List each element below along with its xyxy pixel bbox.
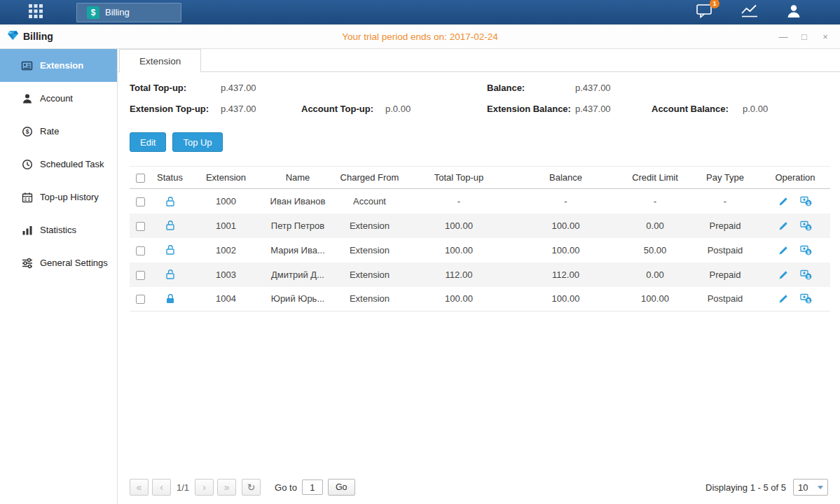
row-checkbox[interactable] bbox=[136, 246, 145, 255]
apps-grid-icon bbox=[28, 4, 43, 22]
checkbox-cell bbox=[130, 287, 151, 312]
summary-account-topup: Account Top-up: p.0.00 bbox=[301, 104, 487, 114]
dollar-badge-icon: $ bbox=[87, 6, 99, 19]
lock-closed-icon bbox=[165, 293, 175, 304]
next-page-button[interactable]: › bbox=[195, 479, 214, 496]
sidebar-item-topup-history[interactable]: Top-up History bbox=[0, 181, 117, 214]
sidebar-item-account[interactable]: Account bbox=[0, 82, 117, 115]
go-button[interactable]: Go bbox=[328, 479, 355, 496]
pay-type-cell: Prepaid bbox=[690, 214, 760, 238]
top-up-money-icon[interactable]: $ bbox=[800, 196, 812, 206]
charged-from-cell: Account bbox=[333, 189, 406, 214]
col-credit-limit: Credit Limit bbox=[620, 167, 690, 189]
maximize-button[interactable]: □ bbox=[799, 32, 809, 41]
sidebar-item-label: General Settings bbox=[40, 258, 108, 268]
billing-diamond-icon bbox=[7, 30, 19, 43]
minimize-button[interactable]: — bbox=[778, 32, 788, 41]
edit-pencil-icon[interactable] bbox=[778, 245, 789, 255]
user-account-button[interactable] bbox=[785, 4, 802, 21]
sidebar-item-rate[interactable]: $ Rate bbox=[0, 115, 117, 148]
refresh-icon[interactable]: ↻ bbox=[242, 479, 261, 496]
top-system-bar: $ Billing 1 bbox=[0, 0, 840, 24]
charged-from-cell: Extension bbox=[333, 214, 406, 238]
apps-grid-button[interactable] bbox=[28, 4, 43, 22]
status-cell bbox=[151, 238, 189, 262]
extension-cell: 1000 bbox=[189, 189, 263, 214]
total-topup-cell: - bbox=[406, 189, 511, 214]
total-topup-cell: 100.00 bbox=[406, 214, 511, 238]
name-cell: Юрий Юрь... bbox=[263, 287, 333, 312]
top-up-money-icon[interactable]: $ bbox=[800, 245, 812, 255]
messages-button[interactable]: 1 bbox=[696, 4, 714, 21]
charged-from-cell: Extension bbox=[333, 287, 406, 312]
balance-cell: 100.00 bbox=[511, 238, 620, 262]
edit-pencil-icon[interactable] bbox=[778, 270, 789, 280]
edit-pencil-icon[interactable] bbox=[778, 220, 789, 231]
displaying-text: Displaying 1 - 5 of 5 bbox=[705, 482, 786, 493]
close-button[interactable]: × bbox=[820, 32, 830, 41]
col-name: Name bbox=[263, 167, 333, 189]
row-checkbox[interactable] bbox=[136, 222, 145, 231]
edit-pencil-icon[interactable] bbox=[778, 293, 789, 304]
sidebar-item-extension[interactable]: Extension bbox=[0, 49, 117, 82]
row-checkbox[interactable] bbox=[136, 271, 145, 280]
row-checkbox[interactable] bbox=[136, 197, 145, 206]
name-cell: Дмитрий Д... bbox=[263, 262, 333, 287]
balance-cell: - bbox=[511, 189, 620, 214]
summary-balance: Balance: p.437.00 bbox=[487, 83, 652, 93]
operation-cell: $ bbox=[760, 214, 830, 238]
summary-label: Extension Top-up: bbox=[130, 104, 221, 114]
goto-label: Go to bbox=[275, 482, 297, 493]
prev-page-button[interactable]: ‹ bbox=[152, 479, 171, 496]
sidebar-item-label: Rate bbox=[40, 126, 59, 136]
credit-limit-cell: - bbox=[620, 189, 690, 214]
summary-account-balance: Account Balance: p.0.00 bbox=[652, 104, 828, 114]
operation-cell: $ bbox=[760, 262, 830, 287]
tab-extension[interactable]: Extension bbox=[119, 49, 201, 73]
total-topup-cell: 100.00 bbox=[406, 287, 511, 312]
sidebar-item-general-settings[interactable]: General Settings bbox=[0, 246, 117, 279]
app-body: Extension Account $ Rate bbox=[0, 49, 840, 504]
top-up-money-icon[interactable]: $ bbox=[800, 293, 812, 304]
col-status: Status bbox=[151, 167, 189, 189]
edit-button[interactable]: Edit bbox=[130, 132, 166, 152]
checkbox-cell bbox=[130, 189, 151, 214]
summary-value: p.0.00 bbox=[743, 104, 768, 114]
summary-label: Balance: bbox=[487, 83, 575, 93]
col-pay-type: Pay Type bbox=[690, 167, 760, 189]
row-checkbox[interactable] bbox=[136, 295, 145, 304]
select-all-header bbox=[130, 167, 151, 189]
topbar-tab-label: Billing bbox=[105, 7, 130, 18]
summary-value: p.437.00 bbox=[575, 83, 611, 93]
window-title: Billing bbox=[23, 31, 53, 42]
sidebar-item-scheduled-task[interactable]: Scheduled Task bbox=[0, 148, 117, 181]
summary-label: Account Balance: bbox=[652, 104, 743, 114]
sidebar-item-label: Statistics bbox=[40, 225, 76, 235]
name-cell: Мария Ива... bbox=[263, 238, 333, 262]
first-page-button[interactable]: « bbox=[130, 479, 149, 496]
lock-open-icon bbox=[165, 244, 175, 255]
select-all-checkbox[interactable] bbox=[136, 174, 145, 183]
top-up-money-icon[interactable]: $ bbox=[800, 270, 812, 280]
charged-from-cell: Extension bbox=[333, 238, 406, 262]
table-header-row: Status Extension Name Charged From Total… bbox=[130, 167, 830, 189]
dollar-circle-icon: $ bbox=[21, 126, 33, 137]
window-title-group: Billing bbox=[0, 30, 53, 43]
edit-pencil-icon[interactable] bbox=[778, 196, 789, 206]
goto-page-input[interactable] bbox=[302, 479, 323, 495]
credit-limit-cell: 0.00 bbox=[620, 262, 690, 287]
topbar-billing-tab[interactable]: $ Billing bbox=[76, 3, 181, 22]
reports-button[interactable] bbox=[741, 4, 759, 21]
sidebar-item-statistics[interactable]: Statistics bbox=[0, 214, 117, 246]
operation-cell: $ bbox=[760, 287, 830, 312]
billing-app-window: $ Billing 1 bbox=[0, 0, 840, 504]
last-page-button[interactable]: » bbox=[217, 479, 236, 496]
top-up-button[interactable]: Top Up bbox=[172, 132, 222, 152]
credit-limit-cell: 100.00 bbox=[620, 287, 690, 312]
page-size-select[interactable]: 10 bbox=[793, 479, 828, 496]
extensions-table: Status Extension Name Charged From Total… bbox=[130, 166, 830, 312]
table-row: 1003 Дмитрий Д... Extension 112.00 112.0… bbox=[130, 262, 830, 287]
top-up-money-icon[interactable]: $ bbox=[800, 220, 812, 231]
tab-bar: Extension bbox=[118, 49, 840, 72]
total-topup-cell: 100.00 bbox=[406, 238, 511, 262]
